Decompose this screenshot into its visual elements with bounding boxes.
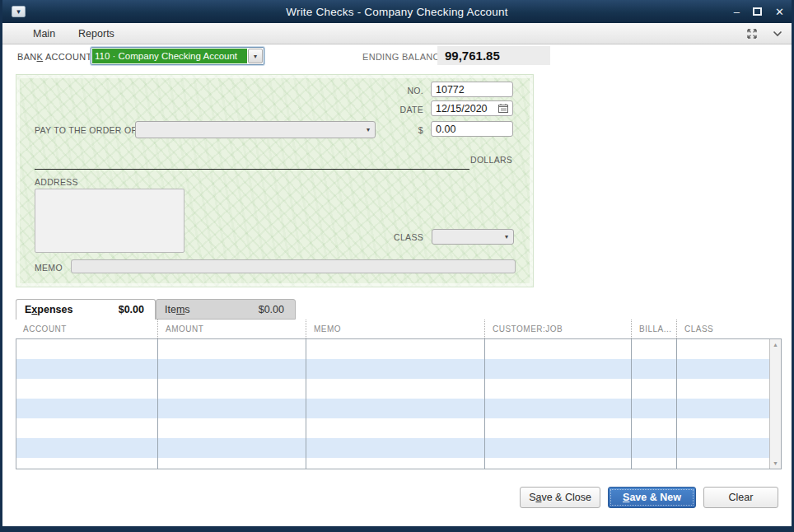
table-row[interactable]: [16, 399, 781, 418]
table-row[interactable]: [16, 418, 781, 438]
tab-main[interactable]: Main: [21, 28, 67, 40]
bank-account-label: BANK ACCOUNT: [17, 52, 91, 62]
vertical-scrollbar[interactable]: ▲ ▼: [769, 339, 781, 469]
check-date-field[interactable]: 12/15/2020: [431, 100, 513, 116]
amount-currency-symbol: $: [387, 125, 423, 135]
table-cell[interactable]: [158, 458, 306, 469]
save-and-new-button[interactable]: Save & New: [608, 487, 696, 508]
column-header-class[interactable]: CLASS: [676, 320, 768, 338]
table-cell[interactable]: [677, 418, 781, 438]
table-row[interactable]: [16, 359, 781, 379]
table-cell[interactable]: [677, 379, 781, 399]
table-cell[interactable]: [632, 379, 677, 399]
table-cell[interactable]: [306, 418, 485, 438]
table-cell[interactable]: [306, 458, 485, 469]
table-cell[interactable]: [306, 399, 485, 418]
class-label: CLASS: [371, 232, 423, 242]
scroll-up-icon[interactable]: ▲: [773, 339, 778, 350]
table-cell[interactable]: [16, 339, 158, 359]
table-cell[interactable]: [677, 399, 781, 418]
table-cell[interactable]: [306, 359, 485, 379]
table-cell[interactable]: [16, 418, 158, 438]
label-part: ve & Close: [541, 492, 591, 503]
table-cell[interactable]: [16, 359, 158, 379]
table-cell[interactable]: [158, 418, 306, 438]
table-cell[interactable]: [158, 339, 306, 359]
bank-account-combobox[interactable]: 110 · Company Checking Account ▾: [91, 47, 264, 65]
table-row[interactable]: [16, 438, 781, 458]
check-amount-field[interactable]: [431, 121, 513, 137]
close-icon[interactable]: ✕: [775, 7, 784, 17]
expenses-table-body[interactable]: ▲ ▼: [16, 338, 782, 469]
tab-items[interactable]: Items $0.00: [156, 299, 296, 320]
class-combobox[interactable]: ▾: [432, 229, 514, 245]
table-cell[interactable]: [485, 339, 632, 359]
memo-field[interactable]: [71, 259, 516, 273]
label-part: S: [529, 492, 535, 503]
check-date-label: DATE: [371, 105, 423, 114]
column-header-customer-job[interactable]: CUSTOMER:JOB: [484, 320, 631, 338]
table-cell[interactable]: [16, 438, 158, 458]
table-cell[interactable]: [306, 438, 485, 458]
table-row[interactable]: [16, 339, 781, 359]
table-cell[interactable]: [306, 339, 485, 359]
payee-combobox[interactable]: ▾: [135, 121, 376, 138]
tab-reports[interactable]: Reports: [67, 28, 126, 40]
table-cell[interactable]: [16, 379, 158, 399]
label-part: BAN: [17, 52, 37, 62]
payee-dropdown-icon: ▾: [367, 126, 370, 133]
save-and-close-button[interactable]: Save & Close: [520, 487, 600, 508]
label-part: penses: [37, 304, 72, 315]
table-cell[interactable]: [632, 418, 677, 438]
table-cell[interactable]: [632, 399, 677, 418]
table-cell[interactable]: [158, 399, 306, 418]
title-bar: ▾ Write Checks - Company Checking Accoun…: [0, 0, 794, 23]
label-mnemonic: m: [176, 304, 184, 315]
table-cell[interactable]: [677, 339, 781, 359]
maximize-icon[interactable]: [753, 7, 762, 16]
ribbon-bar: Main Reports: [0, 23, 794, 44]
table-cell[interactable]: [158, 379, 306, 399]
table-cell[interactable]: [632, 359, 677, 379]
column-header-amount[interactable]: AMOUNT: [157, 320, 306, 338]
chevron-down-icon[interactable]: [773, 30, 782, 37]
expand-ribbon-icon[interactable]: [746, 28, 758, 40]
table-cell[interactable]: [485, 379, 632, 399]
table-cell[interactable]: [485, 458, 632, 469]
scroll-down-icon[interactable]: ▼: [773, 458, 778, 469]
calendar-icon[interactable]: [498, 104, 508, 113]
table-cell[interactable]: [306, 379, 485, 399]
address-field[interactable]: [35, 189, 184, 253]
clear-button[interactable]: Clear: [703, 487, 778, 508]
bank-account-dropdown-icon[interactable]: ▾: [248, 49, 263, 63]
check-no-field[interactable]: [431, 82, 513, 97]
tab-expenses[interactable]: Expenses $0.00: [16, 299, 156, 320]
table-cell[interactable]: [16, 399, 158, 418]
table-cell[interactable]: [485, 418, 632, 438]
written-amount-line[interactable]: [35, 169, 469, 170]
table-cell[interactable]: [485, 359, 632, 379]
dollars-label: DOLLARS: [470, 155, 512, 165]
table-cell[interactable]: [485, 438, 632, 458]
table-cell[interactable]: [632, 339, 677, 359]
table-row[interactable]: [16, 379, 781, 399]
minimize-icon[interactable]: –: [734, 7, 740, 17]
column-header-memo[interactable]: MEMO: [306, 320, 484, 338]
table-cell[interactable]: [158, 359, 306, 379]
table-cell[interactable]: [677, 359, 781, 379]
window-controls: – ✕: [734, 0, 784, 23]
column-header-account[interactable]: ACCOUNT: [16, 320, 157, 338]
table-cell[interactable]: [16, 458, 158, 469]
table-cell[interactable]: [677, 438, 781, 458]
table-cell[interactable]: [632, 438, 677, 458]
label-part: Ite: [165, 304, 176, 315]
table-cell[interactable]: [485, 399, 632, 418]
table-row[interactable]: [16, 458, 781, 469]
table-cell[interactable]: [158, 438, 306, 458]
check-face: NO. DATE 12/15/2020 PAY TO THE ORDER OF …: [16, 74, 534, 287]
window-title: Write Checks - Company Checking Account: [0, 6, 794, 18]
table-cell[interactable]: [632, 458, 677, 469]
tab-expenses-label: Expenses: [25, 304, 72, 315]
column-header-billable[interactable]: BILLA...: [631, 320, 676, 338]
table-cell[interactable]: [677, 458, 781, 469]
